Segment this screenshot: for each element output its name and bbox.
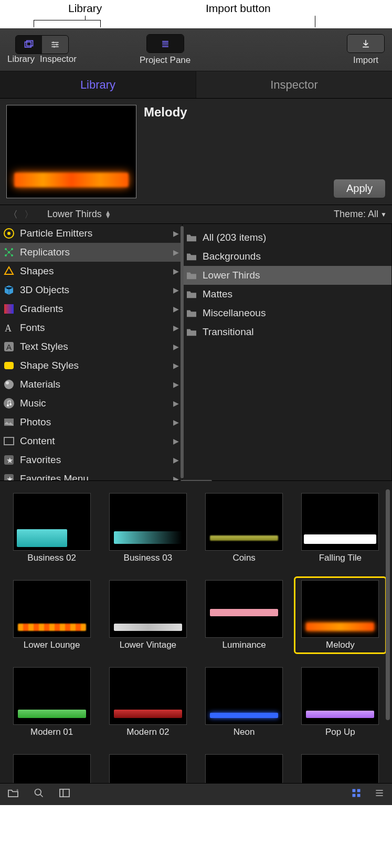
preview-title: Melody [144, 105, 386, 120]
grid-item[interactable]: Melody [294, 576, 387, 654]
music-icon [2, 397, 16, 410]
category-label: 3D Objects [20, 284, 69, 296]
svg-point-3 [56, 44, 58, 45]
svg-point-29 [35, 789, 41, 796]
category-row-music[interactable]: Music▶ [0, 394, 182, 413]
svg-rect-30 [60, 789, 69, 797]
category-row-gradients[interactable]: Gradients▶ [0, 299, 182, 318]
nav-back-button[interactable]: 〈 [5, 208, 21, 221]
browser-columns: Particle Emitters▶Replicators▶Shapes▶3D … [0, 224, 392, 481]
grid-item[interactable]: Falling Tile [294, 489, 387, 567]
category-label: Music [20, 398, 46, 409]
category-label: Shapes [20, 265, 54, 277]
category-row-content[interactable]: Content▶ [0, 432, 182, 451]
category-row-shapes[interactable]: Shapes▶ [0, 262, 182, 281]
search-button[interactable] [34, 788, 44, 801]
category-row-particle-emitters[interactable]: Particle Emitters▶ [0, 224, 182, 243]
chevron-right-icon: ▶ [173, 456, 179, 464]
category-row-materials[interactable]: Materials▶ [0, 375, 182, 394]
category-row-shape-styles[interactable]: Shape Styles▶ [0, 356, 182, 375]
theme-label: Theme: [334, 209, 366, 220]
sidebar-toggle-button[interactable] [59, 788, 70, 800]
preview-graphic [14, 173, 129, 187]
subcategory-row[interactable]: Lower Thirds [183, 266, 391, 285]
subcategory-column[interactable]: All (203 items)BackgroundsLower ThirdsMa… [183, 224, 392, 480]
svg-rect-33 [357, 789, 361, 792]
sidebar-icon [59, 788, 70, 798]
subcategory-row[interactable]: Transitional [183, 323, 391, 341]
category-row-replicators[interactable]: Replicators▶ [0, 243, 182, 262]
theme-selector[interactable]: Theme: All ▼ [334, 209, 387, 220]
grid-item[interactable]: Business 03 [101, 489, 194, 567]
inspector-toggle-button[interactable] [42, 36, 68, 53]
grid-item[interactable] [101, 751, 194, 783]
svg-rect-16 [4, 362, 14, 369]
chevron-right-icon: ▶ [173, 248, 179, 256]
grid-item[interactable]: Lower Lounge [5, 576, 98, 654]
annotation-callouts: Library Import button [0, 0, 392, 28]
library-toggle-button[interactable] [16, 36, 42, 53]
new-folder-button[interactable]: + [7, 788, 19, 800]
grid-item[interactable]: Coins [198, 489, 291, 567]
category-row-3d-objects[interactable]: 3D Objects▶ [0, 281, 182, 299]
grid-item[interactable]: Modern 02 [101, 663, 194, 741]
grid-item[interactable]: Pop Up [294, 663, 387, 741]
svg-rect-23 [4, 437, 14, 445]
chevron-right-icon: ▶ [173, 361, 179, 370]
inspector-toolbar-label: Inspector [40, 54, 77, 65]
svg-point-6 [7, 232, 10, 235]
grid-thumbnail [301, 754, 379, 783]
grid-item[interactable]: Business 02 [5, 489, 98, 567]
grid-view-button[interactable] [351, 788, 362, 801]
grid-scrollbar[interactable] [386, 489, 390, 720]
category-row-photos[interactable]: Photos▶ [0, 413, 182, 432]
svg-rect-34 [353, 794, 356, 797]
column-scrollbar[interactable] [181, 226, 184, 478]
project-pane-button[interactable] [147, 35, 184, 52]
tab-library[interactable]: Library [0, 71, 196, 98]
category-row-text-styles[interactable]: AText Styles▶ [0, 337, 182, 356]
tab-inspector[interactable]: Inspector [196, 71, 392, 98]
chevron-right-icon: ▶ [173, 399, 179, 408]
category-row-fonts[interactable]: AFonts▶ [0, 318, 182, 337]
subcategory-label: Miscellaneous [203, 307, 266, 319]
nav-forward-button[interactable]: 〉 [21, 208, 37, 221]
grid-item[interactable]: Neon [198, 663, 291, 741]
svg-point-18 [6, 381, 9, 384]
grid-thumbnail [205, 493, 283, 551]
category-row-favorites-menu[interactable]: ★Favorites Menu▶ [0, 469, 182, 480]
stepper-icon: ▲▼ [105, 211, 111, 218]
category-row-favorites[interactable]: ★Favorites▶ [0, 451, 182, 469]
list-view-button[interactable] [374, 788, 385, 801]
grid-thumbnail [301, 580, 379, 638]
chevron-right-icon: ▶ [173, 342, 179, 351]
grid-thumbnail [13, 493, 91, 551]
folder-icon [185, 306, 198, 320]
grid-item[interactable]: Luminance [198, 576, 291, 654]
grid-item[interactable] [294, 751, 387, 783]
chevron-right-icon: ▶ [173, 229, 179, 238]
path-location-popup[interactable]: Lower Thirds ▲▼ [47, 209, 111, 220]
category-label: Content [20, 435, 55, 447]
import-button[interactable] [347, 35, 384, 52]
grid-item[interactable]: Lower Vintage [101, 576, 194, 654]
grid-item[interactable] [198, 751, 291, 783]
list-icon [374, 788, 385, 798]
subcategory-row[interactable]: Backgrounds [183, 247, 391, 266]
subcategory-label: Mattes [203, 288, 232, 300]
subcategory-row[interactable]: Miscellaneous [183, 304, 391, 323]
toolbar: Library Inspector Project Pane Import [0, 28, 392, 71]
apply-button[interactable]: Apply [333, 179, 386, 198]
grid-item-label: Modern 01 [30, 727, 73, 737]
subcategory-row[interactable]: Mattes [183, 285, 391, 304]
svg-rect-1 [27, 40, 33, 46]
grid-item[interactable]: Modern 01 [5, 663, 98, 741]
favorites-icon: ★ [2, 453, 16, 467]
project-pane-label: Project Pane [140, 55, 190, 66]
grid-icon [351, 788, 362, 798]
subcategory-row[interactable]: All (203 items) [183, 228, 391, 247]
svg-rect-32 [353, 789, 356, 792]
category-column[interactable]: Particle Emitters▶Replicators▶Shapes▶3D … [0, 224, 183, 480]
grid-item[interactable] [5, 751, 98, 783]
svg-rect-35 [357, 794, 361, 797]
